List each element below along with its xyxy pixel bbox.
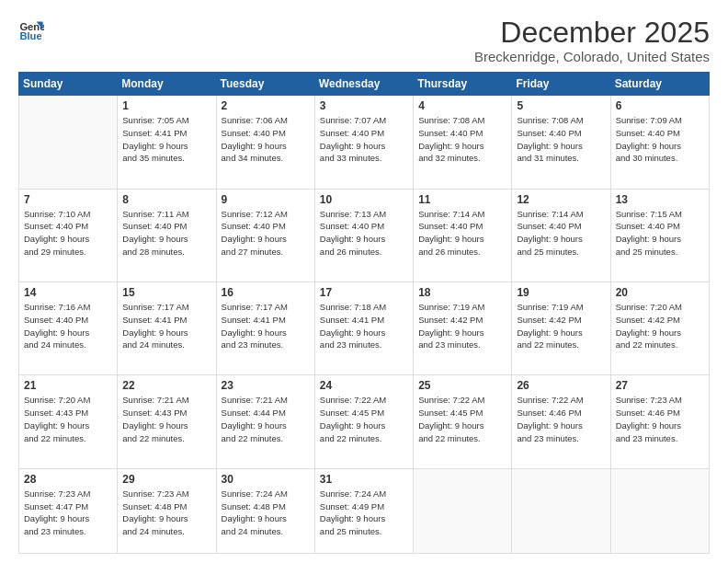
table-row: 8Sunrise: 7:11 AMSunset: 4:40 PMDaylight… <box>118 189 216 282</box>
table-row <box>610 468 709 553</box>
day-number: 27 <box>616 379 704 392</box>
col-thursday: Thursday <box>414 73 512 96</box>
day-number: 25 <box>418 379 506 392</box>
day-info: Sunrise: 7:16 AMSunset: 4:40 PMDaylight:… <box>24 301 112 351</box>
col-wednesday: Wednesday <box>314 73 413 96</box>
month-title: December 2025 <box>474 17 710 49</box>
day-number: 23 <box>222 379 310 392</box>
table-row: 2Sunrise: 7:06 AMSunset: 4:40 PMDaylight… <box>216 96 314 189</box>
table-row: 4Sunrise: 7:08 AMSunset: 4:40 PMDaylight… <box>414 96 512 189</box>
day-number: 15 <box>122 286 210 299</box>
table-row: 10Sunrise: 7:13 AMSunset: 4:40 PMDayligh… <box>314 189 413 282</box>
table-row <box>512 468 610 553</box>
day-info: Sunrise: 7:17 AMSunset: 4:41 PMDaylight:… <box>122 301 210 351</box>
table-row: 5Sunrise: 7:08 AMSunset: 4:40 PMDaylight… <box>512 96 610 189</box>
day-info: Sunrise: 7:21 AMSunset: 4:43 PMDaylight:… <box>122 394 210 444</box>
table-row: 30Sunrise: 7:24 AMSunset: 4:48 PMDayligh… <box>216 468 314 553</box>
table-row: 9Sunrise: 7:12 AMSunset: 4:40 PMDaylight… <box>216 189 314 282</box>
day-info: Sunrise: 7:20 AMSunset: 4:42 PMDaylight:… <box>616 301 704 351</box>
day-number: 20 <box>616 286 704 299</box>
day-info: Sunrise: 7:17 AMSunset: 4:41 PMDaylight:… <box>222 301 310 351</box>
day-info: Sunrise: 7:08 AMSunset: 4:40 PMDaylight:… <box>517 114 605 165</box>
day-number: 10 <box>320 193 408 206</box>
day-number: 9 <box>222 193 310 206</box>
day-info: Sunrise: 7:11 AMSunset: 4:40 PMDaylight:… <box>122 208 210 259</box>
day-info: Sunrise: 7:10 AMSunset: 4:40 PMDaylight:… <box>24 208 112 259</box>
table-row: 16Sunrise: 7:17 AMSunset: 4:41 PMDayligh… <box>216 282 314 374</box>
col-sunday: Sunday <box>19 73 118 96</box>
day-info: Sunrise: 7:20 AMSunset: 4:43 PMDaylight:… <box>24 394 112 444</box>
table-row: 28Sunrise: 7:23 AMSunset: 4:47 PMDayligh… <box>19 468 118 553</box>
table-row: 13Sunrise: 7:15 AMSunset: 4:40 PMDayligh… <box>610 189 709 282</box>
day-number: 8 <box>122 193 210 206</box>
day-number: 22 <box>122 379 210 392</box>
table-row: 22Sunrise: 7:21 AMSunset: 4:43 PMDayligh… <box>118 375 216 468</box>
calendar-table: Sunday Monday Tuesday Wednesday Thursday… <box>18 72 710 554</box>
calendar-week-row: 21Sunrise: 7:20 AMSunset: 4:43 PMDayligh… <box>19 375 710 468</box>
day-info: Sunrise: 7:19 AMSunset: 4:42 PMDaylight:… <box>517 301 605 351</box>
day-number: 4 <box>418 99 506 112</box>
table-row: 29Sunrise: 7:23 AMSunset: 4:48 PMDayligh… <box>118 468 216 553</box>
day-info: Sunrise: 7:14 AMSunset: 4:40 PMDaylight:… <box>418 208 506 259</box>
svg-text:Blue: Blue <box>19 30 41 41</box>
col-monday: Monday <box>118 73 216 96</box>
table-row: 18Sunrise: 7:19 AMSunset: 4:42 PMDayligh… <box>414 282 512 374</box>
day-number: 24 <box>320 379 408 392</box>
day-number: 1 <box>122 99 210 112</box>
calendar-week-row: 7Sunrise: 7:10 AMSunset: 4:40 PMDaylight… <box>19 189 710 282</box>
table-row: 19Sunrise: 7:19 AMSunset: 4:42 PMDayligh… <box>512 282 610 374</box>
logo-icon: General Blue <box>18 17 44 42</box>
col-tuesday: Tuesday <box>216 73 314 96</box>
col-friday: Friday <box>512 73 610 96</box>
day-info: Sunrise: 7:06 AMSunset: 4:40 PMDaylight:… <box>222 114 310 165</box>
table-row <box>19 96 118 189</box>
day-info: Sunrise: 7:13 AMSunset: 4:40 PMDaylight:… <box>320 208 408 259</box>
day-number: 6 <box>616 99 704 112</box>
day-info: Sunrise: 7:05 AMSunset: 4:41 PMDaylight:… <box>122 114 210 165</box>
day-number: 12 <box>517 193 605 206</box>
day-info: Sunrise: 7:15 AMSunset: 4:40 PMDaylight:… <box>616 208 704 259</box>
calendar-week-row: 14Sunrise: 7:16 AMSunset: 4:40 PMDayligh… <box>19 282 710 374</box>
page: General Blue December 2025 Breckenridge,… <box>0 0 728 563</box>
day-info: Sunrise: 7:19 AMSunset: 4:42 PMDaylight:… <box>418 301 506 351</box>
table-row: 31Sunrise: 7:24 AMSunset: 4:49 PMDayligh… <box>314 468 413 553</box>
table-row: 27Sunrise: 7:23 AMSunset: 4:46 PMDayligh… <box>610 375 709 468</box>
day-number: 28 <box>24 473 112 486</box>
table-row: 3Sunrise: 7:07 AMSunset: 4:40 PMDaylight… <box>314 96 413 189</box>
table-row: 24Sunrise: 7:22 AMSunset: 4:45 PMDayligh… <box>314 375 413 468</box>
col-saturday: Saturday <box>610 73 709 96</box>
day-number: 7 <box>24 193 112 206</box>
table-row: 20Sunrise: 7:20 AMSunset: 4:42 PMDayligh… <box>610 282 709 374</box>
day-info: Sunrise: 7:07 AMSunset: 4:40 PMDaylight:… <box>320 114 408 165</box>
day-info: Sunrise: 7:23 AMSunset: 4:48 PMDaylight:… <box>122 488 210 538</box>
day-number: 16 <box>222 286 310 299</box>
day-info: Sunrise: 7:22 AMSunset: 4:45 PMDaylight:… <box>418 394 506 444</box>
day-info: Sunrise: 7:08 AMSunset: 4:40 PMDaylight:… <box>418 114 506 165</box>
calendar-header-row: Sunday Monday Tuesday Wednesday Thursday… <box>19 73 710 96</box>
day-number: 11 <box>418 193 506 206</box>
day-info: Sunrise: 7:24 AMSunset: 4:48 PMDaylight:… <box>222 488 310 538</box>
table-row <box>414 468 512 553</box>
table-row: 6Sunrise: 7:09 AMSunset: 4:40 PMDaylight… <box>610 96 709 189</box>
day-info: Sunrise: 7:12 AMSunset: 4:40 PMDaylight:… <box>222 208 310 259</box>
day-number: 5 <box>517 99 605 112</box>
table-row: 21Sunrise: 7:20 AMSunset: 4:43 PMDayligh… <box>19 375 118 468</box>
day-info: Sunrise: 7:22 AMSunset: 4:46 PMDaylight:… <box>517 394 605 444</box>
day-number: 19 <box>517 286 605 299</box>
day-info: Sunrise: 7:22 AMSunset: 4:45 PMDaylight:… <box>320 394 408 444</box>
calendar-week-row: 1Sunrise: 7:05 AMSunset: 4:41 PMDaylight… <box>19 96 710 189</box>
calendar-week-row: 28Sunrise: 7:23 AMSunset: 4:47 PMDayligh… <box>19 468 710 553</box>
day-number: 13 <box>616 193 704 206</box>
day-number: 18 <box>418 286 506 299</box>
table-row: 17Sunrise: 7:18 AMSunset: 4:41 PMDayligh… <box>314 282 413 374</box>
table-row: 7Sunrise: 7:10 AMSunset: 4:40 PMDaylight… <box>19 189 118 282</box>
location-title: Breckenridge, Colorado, United States <box>474 49 710 64</box>
day-number: 14 <box>24 286 112 299</box>
day-number: 21 <box>24 379 112 392</box>
day-info: Sunrise: 7:23 AMSunset: 4:47 PMDaylight:… <box>24 488 112 538</box>
table-row: 14Sunrise: 7:16 AMSunset: 4:40 PMDayligh… <box>19 282 118 374</box>
title-block: December 2025 Breckenridge, Colorado, Un… <box>474 17 710 64</box>
table-row: 1Sunrise: 7:05 AMSunset: 4:41 PMDaylight… <box>118 96 216 189</box>
day-info: Sunrise: 7:24 AMSunset: 4:49 PMDaylight:… <box>320 488 408 538</box>
day-number: 29 <box>122 473 210 486</box>
